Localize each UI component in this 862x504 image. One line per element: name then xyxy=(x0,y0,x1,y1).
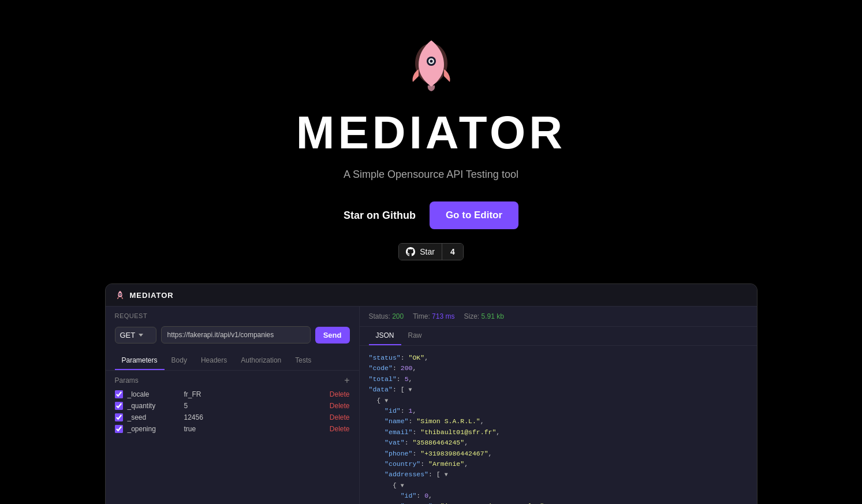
tab-parameters[interactable]: Parameters xyxy=(115,352,165,370)
add-param-button[interactable]: + xyxy=(344,375,349,386)
size-value: 5.91 kb xyxy=(481,312,503,320)
time-value: 713 ms xyxy=(432,312,454,320)
json-line: "total": 5, xyxy=(369,374,748,384)
github-star-button[interactable]: Star xyxy=(399,244,442,260)
app-subtitle: A Simple Opensource API Testing tool xyxy=(344,169,518,181)
param-key-2: _quantity xyxy=(128,402,180,410)
editor-header: MEDIATOR xyxy=(106,284,757,307)
json-line: "country": "Arménie", xyxy=(369,459,748,469)
json-line: "vat": "35886464245", xyxy=(369,438,748,448)
params-label: Params xyxy=(115,376,139,384)
right-panel: Status: 200 Time: 713 ms Size: 5.91 kb J… xyxy=(360,307,757,504)
params-section: Params + _locale fr_FR Delete _quantity … xyxy=(106,371,359,441)
method-chevron-icon xyxy=(139,334,143,337)
url-input[interactable] xyxy=(161,326,311,344)
editor-preview: MEDIATOR Request GET Send Parameters Bod… xyxy=(105,283,757,504)
response-status-bar: Status: 200 Time: 713 ms Size: 5.91 kb xyxy=(360,307,757,327)
star-on-github-label: Star on Github xyxy=(344,210,416,222)
param-value-2: 5 xyxy=(184,402,325,410)
table-row: _seed 12456 Delete xyxy=(115,413,350,421)
response-tabs: JSON Raw xyxy=(360,327,757,346)
star-text: Star xyxy=(420,247,435,256)
status-label: Status: 200 xyxy=(369,312,404,320)
github-star-widget[interactable]: Star 4 xyxy=(398,243,463,260)
hero-section: MEDIATOR A Simple Opensource API Testing… xyxy=(0,0,862,283)
url-row: GET Send xyxy=(106,323,359,347)
param-checkbox-2[interactable] xyxy=(115,402,123,410)
param-checkbox-1[interactable] xyxy=(115,390,123,398)
editor-app-name: MEDIATOR xyxy=(130,291,174,300)
request-label: Request xyxy=(106,307,359,323)
table-row: _quantity 5 Delete xyxy=(115,402,350,410)
json-line: "name": "Simon S.A.R.L.", xyxy=(369,416,748,427)
json-line: "id": 0, xyxy=(369,491,748,501)
json-line: { ▼ xyxy=(369,480,748,491)
table-row: _locale fr_FR Delete xyxy=(115,390,350,398)
github-icon xyxy=(406,247,415,256)
editor-rocket-icon xyxy=(115,290,125,300)
json-line: "phone": "+31983986442467", xyxy=(369,449,748,459)
tab-body[interactable]: Body xyxy=(165,352,194,370)
logo-container xyxy=(402,35,460,95)
json-line: "code": 200, xyxy=(369,363,748,374)
param-checkbox-3[interactable] xyxy=(115,413,123,421)
json-line: "status": "OK", xyxy=(369,353,748,363)
param-key-1: _locale xyxy=(128,390,180,398)
method-select[interactable]: GET xyxy=(115,327,156,344)
cta-buttons: Star on Github Go to Editor xyxy=(344,201,518,229)
json-line: "email": "thibault01@sfr.fr", xyxy=(369,427,748,438)
tab-headers[interactable]: Headers xyxy=(194,352,234,370)
github-star-count: 4 xyxy=(442,244,463,260)
left-panel: Request GET Send Parameters Body Headers… xyxy=(106,307,360,504)
svg-point-2 xyxy=(430,60,432,63)
response-tab-json[interactable]: JSON xyxy=(369,327,401,345)
table-row: _opening true Delete xyxy=(115,425,350,433)
go-to-editor-button[interactable]: Go to Editor xyxy=(430,201,518,229)
rocket-icon xyxy=(402,35,460,92)
svg-point-4 xyxy=(119,294,120,295)
json-line: { ▼ xyxy=(369,395,748,406)
editor-body: Request GET Send Parameters Body Headers… xyxy=(106,307,757,504)
param-value-4: true xyxy=(184,425,325,433)
param-value-1: fr_FR xyxy=(184,390,325,398)
json-line: "street": "impasse Monique Gonzalez", xyxy=(369,501,748,504)
tab-tests[interactable]: Tests xyxy=(288,352,318,370)
params-header: Params + xyxy=(115,375,350,386)
json-line: "data": [ ▼ xyxy=(369,384,748,395)
param-delete-2[interactable]: Delete xyxy=(330,402,350,410)
param-delete-3[interactable]: Delete xyxy=(330,413,350,421)
param-key-4: _opening xyxy=(128,425,180,433)
param-checkbox-4[interactable] xyxy=(115,425,123,433)
param-key-3: _seed xyxy=(128,413,180,421)
status-code: 200 xyxy=(392,312,404,320)
size-label: Size: 5.91 kb xyxy=(464,312,503,320)
json-output: "status": "OK", "code": 200, "total": 5,… xyxy=(360,346,757,504)
time-label: Time: 713 ms xyxy=(413,312,454,320)
request-tabs: Parameters Body Headers Authorization Te… xyxy=(106,352,359,371)
response-tab-raw[interactable]: Raw xyxy=(401,327,429,345)
send-button[interactable]: Send xyxy=(315,327,350,344)
json-line: "addresses": [ ▼ xyxy=(369,469,748,480)
tab-authorization[interactable]: Authorization xyxy=(234,352,288,370)
json-line: "id": 1, xyxy=(369,406,748,416)
app-title: MEDIATOR xyxy=(296,106,566,159)
param-delete-4[interactable]: Delete xyxy=(330,425,350,433)
method-value: GET xyxy=(120,331,136,339)
param-value-3: 12456 xyxy=(184,413,325,421)
param-delete-1[interactable]: Delete xyxy=(330,390,350,398)
